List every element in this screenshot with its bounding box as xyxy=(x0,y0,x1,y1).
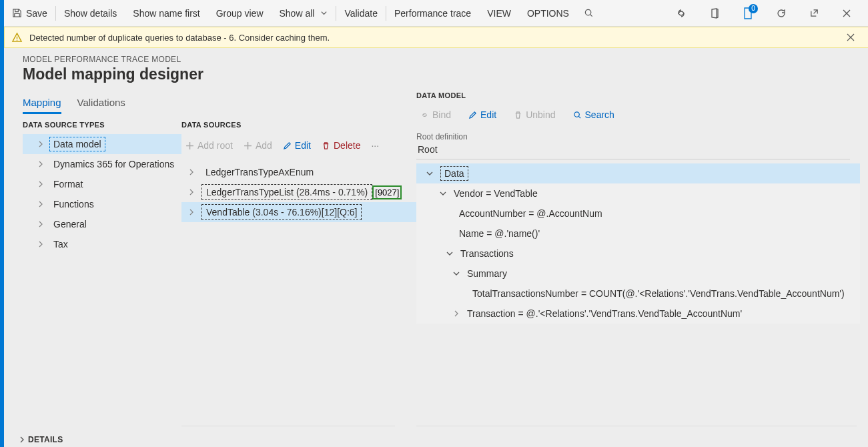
show-details-button[interactable]: Show details xyxy=(56,0,125,26)
show-name-first-button[interactable]: Show name first xyxy=(125,0,207,26)
page-title: Model mapping designer xyxy=(23,65,863,83)
dst-tree: Data model Dynamics 365 for Operations F… xyxy=(23,134,181,254)
divider xyxy=(416,426,857,426)
document-button[interactable]: 0 xyxy=(736,0,760,26)
options-tab[interactable]: OPTIONS xyxy=(519,0,577,26)
dst-item-data-model[interactable]: Data model xyxy=(23,134,181,154)
validate-button[interactable]: Validate xyxy=(336,0,386,26)
dm-node-account[interactable]: AccountNumber = @.AccountNum xyxy=(416,203,860,223)
popout-icon xyxy=(809,8,819,18)
attach-button[interactable] xyxy=(669,0,693,26)
warning-close-button[interactable] xyxy=(847,33,863,41)
performance-trace-button[interactable]: Performance trace xyxy=(386,0,479,26)
tab-validations[interactable]: Validations xyxy=(77,93,125,114)
chevron-right-icon xyxy=(32,241,49,248)
dst-item-general[interactable]: General xyxy=(23,214,181,234)
chevron-right-icon xyxy=(32,221,49,228)
trash-icon xyxy=(322,141,330,150)
delete-button[interactable]: Delete xyxy=(318,137,364,153)
dm-node-data[interactable]: Data xyxy=(416,163,860,183)
chevron-right-icon xyxy=(181,209,201,215)
data-sources-toolbar: Add root Add Edit Delete ··· xyxy=(181,134,418,157)
dm-node-transactions[interactable]: Transactions xyxy=(416,244,860,264)
dst-item-dynamics[interactable]: Dynamics 365 for Operations xyxy=(23,154,181,174)
chevron-down-icon xyxy=(436,190,450,197)
ds-item-ledgertrans-list[interactable]: LedgerTransTypeList (28.4ms - 0.71%)[902… xyxy=(181,182,418,202)
close-icon xyxy=(842,9,851,18)
dm-search-button[interactable]: Search xyxy=(569,107,618,123)
data-sources-panel: DATA SOURCES Add root Add Edit Delete xyxy=(181,121,418,254)
data-source-types-panel: DATA SOURCE TYPES Data model Dynamics 36… xyxy=(23,121,181,254)
root-def-value: Root xyxy=(416,141,860,157)
bind-button[interactable]: Bind xyxy=(416,107,455,123)
view-tab[interactable]: VIEW xyxy=(479,0,519,26)
dm-node-summary[interactable]: Summary xyxy=(416,264,860,284)
save-icon xyxy=(12,8,22,18)
divider xyxy=(181,426,395,426)
chevron-right-icon xyxy=(32,161,49,167)
dst-item-format[interactable]: Format xyxy=(23,174,181,194)
chevron-down-icon xyxy=(423,170,436,177)
chevron-down-icon xyxy=(318,9,328,17)
office-button[interactable] xyxy=(703,0,727,26)
svg-point-2 xyxy=(574,111,578,116)
data-source-types-heading: DATA SOURCE TYPES xyxy=(23,121,181,129)
data-model-tree: Data Vendor = VendTable AccountNumber = … xyxy=(416,163,860,324)
data-model-panel: DATA MODEL Bind Edit Unbind Search Root … xyxy=(416,91,860,324)
dm-node-ttn[interactable]: TotalTransactionsNumber = COUNT(@.'<Rela… xyxy=(416,284,860,304)
refresh-icon xyxy=(776,8,787,19)
top-toolbar: Save Show details Show name first Group … xyxy=(4,0,868,27)
chevron-right-icon xyxy=(32,181,49,187)
trash-icon xyxy=(514,111,522,119)
pencil-icon xyxy=(468,111,477,119)
close-button[interactable] xyxy=(835,0,858,26)
warning-text: Detected number of duplicate queries to … xyxy=(29,33,847,43)
call-count-badge: [9027] xyxy=(372,185,402,199)
document-badge: 0 xyxy=(749,4,758,13)
add-button[interactable]: Add xyxy=(240,137,276,153)
dst-item-functions[interactable]: Functions xyxy=(23,194,181,214)
plus-icon xyxy=(185,141,194,150)
ds-item-vendtable[interactable]: VendTable (3.04s - 76.16%)[12][Q:6] xyxy=(181,202,418,222)
pencil-icon xyxy=(283,141,292,150)
refresh-button[interactable] xyxy=(769,0,793,26)
chevron-right-icon xyxy=(450,310,463,317)
show-all-button[interactable]: Show all xyxy=(272,0,336,26)
data-model-toolbar: Bind Edit Unbind Search xyxy=(416,101,860,128)
breadcrumb: MODEL PERFORMANCE TRACE MODEL xyxy=(23,55,863,64)
search-icon xyxy=(573,111,582,119)
warning-icon xyxy=(11,32,23,43)
divider xyxy=(416,159,850,159)
chevron-down-icon xyxy=(443,250,456,257)
link-icon xyxy=(420,111,429,119)
link-icon xyxy=(676,8,687,19)
save-button[interactable]: Save xyxy=(4,0,55,26)
edit-button[interactable]: Edit xyxy=(279,137,315,153)
search-icon xyxy=(584,8,594,18)
root-def-label: Root definition xyxy=(416,132,860,141)
dm-edit-button[interactable]: Edit xyxy=(464,107,500,123)
popout-button[interactable] xyxy=(803,0,826,26)
add-root-button[interactable]: Add root xyxy=(181,137,237,153)
ds-item-ledgertrans-enum[interactable]: LedgerTransTypeAxEnum xyxy=(181,162,418,182)
chevron-down-icon xyxy=(450,270,463,277)
details-toggle[interactable]: DETAILS xyxy=(19,435,63,444)
svg-point-0 xyxy=(585,9,590,15)
chevron-right-icon xyxy=(32,141,49,147)
save-label: Save xyxy=(26,8,47,19)
unbind-button[interactable]: Unbind xyxy=(510,107,559,123)
tab-mapping[interactable]: Mapping xyxy=(23,93,61,114)
warning-bar: Detected number of duplicate queries to … xyxy=(4,27,868,48)
dst-item-tax[interactable]: Tax xyxy=(23,234,181,254)
office-icon xyxy=(709,8,720,19)
svg-point-1 xyxy=(17,39,18,41)
search-button[interactable] xyxy=(577,0,600,26)
dm-node-vendor[interactable]: Vendor = VendTable xyxy=(416,183,860,203)
data-model-heading: DATA MODEL xyxy=(416,91,860,99)
chevron-right-icon xyxy=(32,201,49,207)
more-button[interactable]: ··· xyxy=(367,137,383,153)
group-view-button[interactable]: Group view xyxy=(208,0,272,26)
dm-node-transaction[interactable]: Transaction = @.'<Relations'.'VendTrans.… xyxy=(416,304,860,324)
dm-node-name[interactable]: Name = @.'name()' xyxy=(416,223,860,244)
chevron-right-icon xyxy=(181,169,201,175)
